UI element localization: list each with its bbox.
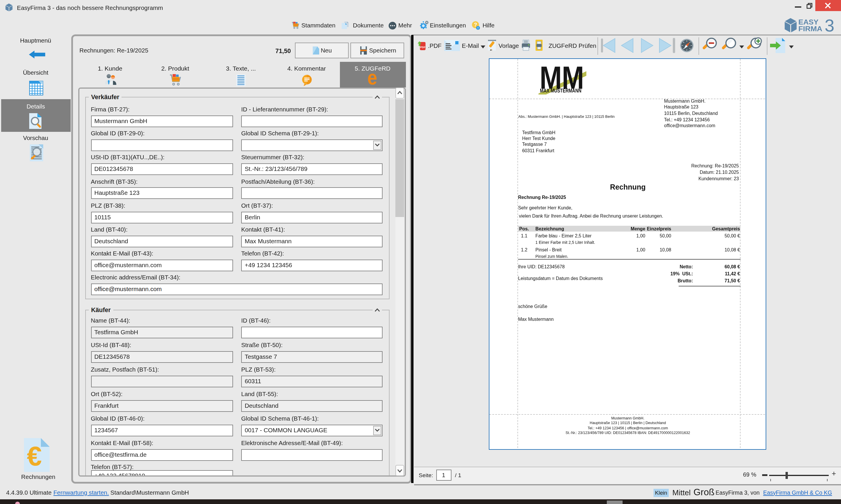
svg-text:EASY: EASY [799, 18, 819, 26]
svg-text:MAX MUSTERMANN: MAX MUSTERMANN [539, 88, 581, 94]
svg-text:!: ! [478, 26, 479, 30]
svg-text:FIRMA: FIRMA [799, 25, 822, 33]
svg-text:PDF: PDF [420, 46, 426, 49]
svg-text:3: 3 [825, 18, 834, 33]
svg-text:€: € [27, 441, 42, 471]
